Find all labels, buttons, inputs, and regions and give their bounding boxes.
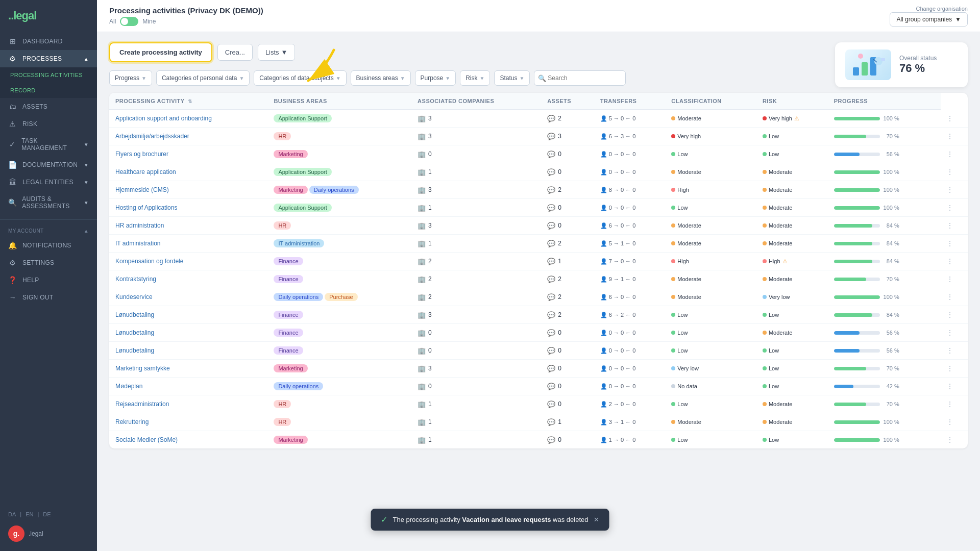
filter-progress[interactable]: Progress ▼: [109, 70, 152, 86]
progress-cell: 100 %: [828, 163, 941, 181]
filter-categories-personal-data[interactable]: Categories of personal data ▼: [156, 70, 250, 86]
activity-name-link[interactable]: Marketing samtykke: [115, 365, 170, 372]
row-actions-menu[interactable]: ⋮: [947, 436, 953, 443]
row-actions-menu[interactable]: ⋮: [947, 240, 953, 247]
filter-business-areas[interactable]: Business areas ▼: [351, 70, 411, 86]
activity-name-link[interactable]: Lønudbetaling: [115, 311, 154, 318]
lang-de[interactable]: DE: [43, 511, 51, 517]
lists-button[interactable]: Lists ▼: [258, 44, 296, 61]
classification-badge: Moderate: [671, 294, 701, 300]
settings-icon: ⚙: [8, 259, 17, 267]
activity-name-link[interactable]: Sociale Medier (SoMe): [115, 436, 178, 443]
activity-name-link[interactable]: Lønudbetaling: [115, 347, 154, 354]
assets-count: 💬 3: [547, 133, 588, 140]
row-actions-menu[interactable]: ⋮: [947, 293, 953, 300]
sidebar-item-processing-activities[interactable]: Processing Activities: [0, 67, 97, 83]
filter-categories-data-subjects[interactable]: Categories of data subjects ▼: [254, 70, 346, 86]
row-actions-menu[interactable]: ⋮: [947, 418, 953, 425]
classification-badge: Low: [671, 347, 688, 354]
sidebar-item-processes[interactable]: ⚙ Processes ▲: [0, 50, 97, 67]
create-button-2[interactable]: Crea...: [217, 44, 253, 61]
classification-dot: [671, 223, 675, 228]
progress-cell: 84 %: [828, 217, 941, 235]
sidebar-item-help[interactable]: ❓ Help: [0, 271, 97, 289]
row-actions-menu[interactable]: ⋮: [947, 115, 953, 122]
row-actions-menu[interactable]: ⋮: [947, 383, 953, 390]
risk-dot: [763, 223, 767, 228]
row-actions-menu[interactable]: ⋮: [947, 400, 953, 408]
progress-cell: 100 %: [828, 110, 941, 128]
org-dropdown[interactable]: All group companies ▼: [890, 12, 968, 27]
sidebar-item-assets[interactable]: 🗂 Assets: [0, 98, 97, 115]
sidebar-item-task-management[interactable]: ✓ Task Management ▼: [0, 133, 97, 156]
sidebar-item-notifications[interactable]: 🔔 Notifications: [0, 237, 97, 254]
activity-name-link[interactable]: Rejseadministration: [115, 400, 169, 408]
filter-status[interactable]: Status ▼: [494, 70, 530, 86]
associated-companies-cell: 🏢 1: [411, 163, 541, 181]
sidebar-item-sign-out[interactable]: → Sign Out: [0, 289, 97, 306]
transfers-value: 👤 5 → 1 ← 0: [600, 240, 659, 247]
activity-name-link[interactable]: Hjemmeside (CMS): [115, 186, 169, 193]
progress-label: 70 %: [883, 133, 899, 139]
risk-cell: Low: [756, 128, 828, 145]
activity-name-link[interactable]: Healthcare application: [115, 168, 176, 176]
row-actions-menu[interactable]: ⋮: [947, 133, 953, 140]
sidebar-item-legal-entities[interactable]: 🏛 Legal Entities ▼: [0, 173, 97, 191]
row-actions-cell: ⋮: [941, 395, 968, 413]
row-actions-menu[interactable]: ⋮: [947, 329, 953, 336]
activity-name-link[interactable]: Application support and onboarding: [115, 115, 212, 122]
table-row: RekrutteringHR🏢 1💬 1👤 3 → 1 ← 0ModerateM…: [109, 413, 968, 431]
activity-name-link[interactable]: Mødeplan: [115, 383, 142, 390]
classification-cell: Moderate: [665, 270, 756, 288]
filter-purpose[interactable]: Purpose ▼: [415, 70, 456, 86]
activity-name-link[interactable]: Kundeservice: [115, 293, 153, 300]
row-actions-menu[interactable]: ⋮: [947, 186, 953, 193]
lang-da[interactable]: DA: [8, 511, 16, 517]
row-actions-menu[interactable]: ⋮: [947, 276, 953, 283]
risk-dot: [763, 420, 767, 424]
activity-name-link[interactable]: Kompensation og fordele: [115, 258, 183, 265]
risk-dot: [763, 313, 767, 317]
assets-count: 💬 1: [547, 258, 588, 265]
row-actions-menu[interactable]: ⋮: [947, 204, 953, 211]
associated-companies-cell: 🏢 2: [411, 270, 541, 288]
sidebar-item-record[interactable]: Record: [0, 83, 97, 98]
progress-label: 56 %: [883, 330, 899, 336]
classification-badge: Low: [671, 205, 688, 211]
activity-name-link[interactable]: IT administration: [115, 240, 160, 247]
classification-dot: [671, 420, 675, 424]
transfers-cell: 👤 0 → 0 ← 0: [594, 199, 666, 217]
sidebar-item-dashboard[interactable]: ⊞ Dashboard: [0, 33, 97, 50]
row-actions-menu[interactable]: ⋮: [947, 222, 953, 229]
row-actions-menu[interactable]: ⋮: [947, 258, 953, 265]
classification-dot: [671, 152, 675, 156]
sort-activity-icon[interactable]: ⇅: [188, 98, 192, 104]
activity-name-link[interactable]: Flyers og brochurer: [115, 151, 168, 158]
sidebar-item-audits[interactable]: 🔍 Audits & Assessments ▼: [0, 191, 97, 214]
activity-name-cell: IT administration: [109, 235, 267, 253]
row-actions-menu[interactable]: ⋮: [947, 311, 953, 318]
all-mine-toggle[interactable]: [120, 17, 138, 26]
row-actions-menu[interactable]: ⋮: [947, 365, 953, 372]
user-avatar-row: g. .legal: [0, 521, 97, 546]
sidebar-item-documentation[interactable]: 📄 Documentation ▼: [0, 156, 97, 173]
activity-name-link[interactable]: Kontraktstyring: [115, 276, 156, 283]
activity-name-link[interactable]: Hosting of Applications: [115, 204, 177, 211]
progress-cell: 56 %: [828, 324, 941, 342]
business-areas-cell: Finance: [267, 342, 411, 360]
create-processing-activity-button[interactable]: Create processing activity: [109, 42, 212, 62]
person-icon: 👤: [600, 347, 607, 354]
search-input[interactable]: [534, 70, 626, 86]
row-actions-menu[interactable]: ⋮: [947, 347, 953, 354]
activity-name-link[interactable]: Lønudbetaling: [115, 329, 154, 336]
activity-name-link[interactable]: HR administration: [115, 222, 164, 229]
sidebar-item-risk[interactable]: ⚠ Risk: [0, 115, 97, 133]
row-actions-menu[interactable]: ⋮: [947, 151, 953, 158]
filter-risk[interactable]: Risk ▼: [460, 70, 490, 86]
row-actions-menu[interactable]: ⋮: [947, 168, 953, 176]
activity-name-link[interactable]: Arbejdsmiljø/arbejdsskader: [115, 133, 189, 140]
sidebar-item-settings[interactable]: ⚙ Settings: [0, 254, 97, 271]
toast-close-button[interactable]: ✕: [594, 516, 599, 523]
lang-en[interactable]: EN: [26, 511, 33, 517]
activity-name-link[interactable]: Rekruttering: [115, 418, 149, 425]
